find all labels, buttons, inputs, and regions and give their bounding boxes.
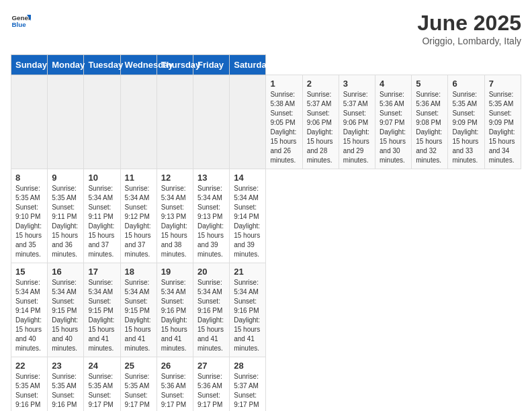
day-number: 4: [380, 79, 407, 89]
table-row: 16Sunrise: 5:34 AM Sunset: 9:15 PM Dayli…: [48, 263, 84, 357]
day-number: 15: [15, 267, 43, 277]
day-content: Sunrise: 5:34 AM Sunset: 9:13 PM Dayligh…: [161, 184, 189, 259]
page-header: General Blue June 2025 Origgio, Lombardy…: [11, 11, 521, 46]
calendar-title: June 2025: [417, 11, 521, 36]
svg-text:Blue: Blue: [12, 21, 27, 28]
table-row: 7Sunrise: 5:35 AM Sunset: 9:09 PM Daylig…: [484, 75, 521, 169]
day-content: Sunrise: 5:36 AM Sunset: 9:07 PM Dayligh…: [380, 90, 407, 165]
table-row: 26Sunrise: 5:36 AM Sunset: 9:17 PM Dayli…: [157, 357, 193, 412]
table-row: [193, 75, 230, 169]
header-sunday: Sunday: [11, 55, 48, 75]
day-number: 1: [270, 79, 298, 89]
table-row: 6Sunrise: 5:35 AM Sunset: 9:09 PM Daylig…: [448, 75, 484, 169]
table-row: [84, 75, 120, 169]
calendar-week-row: 8Sunrise: 5:35 AM Sunset: 9:10 PM Daylig…: [11, 169, 521, 263]
table-row: 15Sunrise: 5:34 AM Sunset: 9:14 PM Dayli…: [11, 263, 48, 357]
day-number: 11: [125, 173, 152, 183]
header-tuesday: Tuesday: [84, 55, 120, 75]
day-number: 13: [197, 173, 225, 183]
day-content: Sunrise: 5:35 AM Sunset: 9:09 PM Dayligh…: [489, 90, 517, 165]
table-row: [11, 75, 48, 169]
day-content: Sunrise: 5:36 AM Sunset: 9:08 PM Dayligh…: [416, 90, 443, 165]
title-area: June 2025 Origgio, Lombardy, Italy: [417, 11, 521, 46]
day-number: 10: [88, 173, 116, 183]
day-number: 9: [52, 173, 79, 183]
day-number: 19: [161, 267, 189, 277]
calendar-week-row: 1Sunrise: 5:38 AM Sunset: 9:05 PM Daylig…: [11, 75, 521, 169]
table-row: [157, 75, 193, 169]
table-row: 14Sunrise: 5:34 AM Sunset: 9:14 PM Dayli…: [230, 169, 266, 263]
weekday-header-row: Sunday Monday Tuesday Wednesday Thursday…: [11, 55, 521, 75]
day-number: 7: [489, 79, 517, 89]
calendar-week-row: 22Sunrise: 5:35 AM Sunset: 9:16 PM Dayli…: [11, 357, 521, 412]
day-content: Sunrise: 5:34 AM Sunset: 9:16 PM Dayligh…: [234, 278, 261, 353]
day-content: Sunrise: 5:38 AM Sunset: 9:05 PM Dayligh…: [270, 90, 298, 165]
table-row: 27Sunrise: 5:36 AM Sunset: 9:17 PM Dayli…: [193, 357, 230, 412]
table-row: 4Sunrise: 5:36 AM Sunset: 9:07 PM Daylig…: [375, 75, 412, 169]
table-row: 2Sunrise: 5:37 AM Sunset: 9:06 PM Daylig…: [302, 75, 339, 169]
day-number: 5: [416, 79, 443, 89]
day-number: 24: [88, 361, 116, 371]
day-content: Sunrise: 5:34 AM Sunset: 9:14 PM Dayligh…: [234, 184, 261, 259]
table-row: 25Sunrise: 5:35 AM Sunset: 9:17 PM Dayli…: [120, 357, 157, 412]
calendar-week-row: 15Sunrise: 5:34 AM Sunset: 9:14 PM Dayli…: [11, 263, 521, 357]
day-number: 22: [15, 361, 43, 371]
calendar-subtitle: Origgio, Lombardy, Italy: [417, 36, 521, 46]
day-number: 23: [52, 361, 79, 371]
day-content: Sunrise: 5:34 AM Sunset: 9:16 PM Dayligh…: [161, 278, 189, 353]
calendar-table: Sunday Monday Tuesday Wednesday Thursday…: [11, 54, 521, 411]
day-number: 14: [234, 173, 261, 183]
day-number: 17: [88, 267, 116, 277]
day-content: Sunrise: 5:35 AM Sunset: 9:16 PM Dayligh…: [15, 372, 43, 411]
day-content: Sunrise: 5:36 AM Sunset: 9:17 PM Dayligh…: [161, 372, 189, 411]
day-number: 2: [307, 79, 335, 89]
table-row: 19Sunrise: 5:34 AM Sunset: 9:16 PM Dayli…: [157, 263, 193, 357]
day-content: Sunrise: 5:34 AM Sunset: 9:12 PM Dayligh…: [125, 184, 152, 259]
table-row: 11Sunrise: 5:34 AM Sunset: 9:12 PM Dayli…: [120, 169, 157, 263]
day-content: Sunrise: 5:34 AM Sunset: 9:16 PM Dayligh…: [197, 278, 225, 353]
day-number: 25: [125, 361, 152, 371]
day-number: 6: [452, 79, 480, 89]
header-wednesday: Wednesday: [120, 55, 157, 75]
day-content: Sunrise: 5:35 AM Sunset: 9:16 PM Dayligh…: [52, 372, 79, 411]
day-number: 27: [197, 361, 225, 371]
day-number: 28: [234, 361, 261, 371]
day-number: 21: [234, 267, 261, 277]
day-content: Sunrise: 5:35 AM Sunset: 9:17 PM Dayligh…: [125, 372, 152, 411]
header-saturday: Saturday: [230, 55, 266, 75]
table-row: 22Sunrise: 5:35 AM Sunset: 9:16 PM Dayli…: [11, 357, 48, 412]
table-row: 1Sunrise: 5:38 AM Sunset: 9:05 PM Daylig…: [266, 75, 302, 169]
day-content: Sunrise: 5:35 AM Sunset: 9:09 PM Dayligh…: [452, 90, 480, 165]
table-row: 12Sunrise: 5:34 AM Sunset: 9:13 PM Dayli…: [157, 169, 193, 263]
table-row: 9Sunrise: 5:35 AM Sunset: 9:11 PM Daylig…: [48, 169, 84, 263]
day-content: Sunrise: 5:34 AM Sunset: 9:11 PM Dayligh…: [88, 184, 116, 259]
table-row: [120, 75, 157, 169]
logo: General Blue: [11, 11, 31, 31]
table-row: 23Sunrise: 5:35 AM Sunset: 9:16 PM Dayli…: [48, 357, 84, 412]
day-content: Sunrise: 5:34 AM Sunset: 9:14 PM Dayligh…: [15, 278, 43, 353]
day-number: 12: [161, 173, 189, 183]
day-content: Sunrise: 5:35 AM Sunset: 9:11 PM Dayligh…: [52, 184, 79, 259]
day-content: Sunrise: 5:37 AM Sunset: 9:06 PM Dayligh…: [343, 90, 371, 165]
table-row: 3Sunrise: 5:37 AM Sunset: 9:06 PM Daylig…: [339, 75, 375, 169]
day-number: 3: [343, 79, 371, 89]
header-friday: Friday: [193, 55, 230, 75]
day-content: Sunrise: 5:34 AM Sunset: 9:15 PM Dayligh…: [52, 278, 79, 353]
table-row: 24Sunrise: 5:35 AM Sunset: 9:17 PM Dayli…: [84, 357, 120, 412]
table-row: 20Sunrise: 5:34 AM Sunset: 9:16 PM Dayli…: [193, 263, 230, 357]
day-content: Sunrise: 5:34 AM Sunset: 9:15 PM Dayligh…: [125, 278, 152, 353]
day-content: Sunrise: 5:35 AM Sunset: 9:17 PM Dayligh…: [88, 372, 116, 411]
logo-icon: General Blue: [11, 11, 31, 31]
table-row: 13Sunrise: 5:34 AM Sunset: 9:13 PM Dayli…: [193, 169, 230, 263]
table-row: 21Sunrise: 5:34 AM Sunset: 9:16 PM Dayli…: [230, 263, 266, 357]
day-content: Sunrise: 5:34 AM Sunset: 9:15 PM Dayligh…: [88, 278, 116, 353]
header-thursday: Thursday: [157, 55, 193, 75]
table-row: [230, 75, 266, 169]
day-number: 8: [15, 173, 43, 183]
day-content: Sunrise: 5:37 AM Sunset: 9:06 PM Dayligh…: [307, 90, 335, 165]
table-row: [48, 75, 84, 169]
day-number: 18: [125, 267, 152, 277]
table-row: 10Sunrise: 5:34 AM Sunset: 9:11 PM Dayli…: [84, 169, 120, 263]
header-monday: Monday: [48, 55, 84, 75]
table-row: 5Sunrise: 5:36 AM Sunset: 9:08 PM Daylig…: [412, 75, 448, 169]
